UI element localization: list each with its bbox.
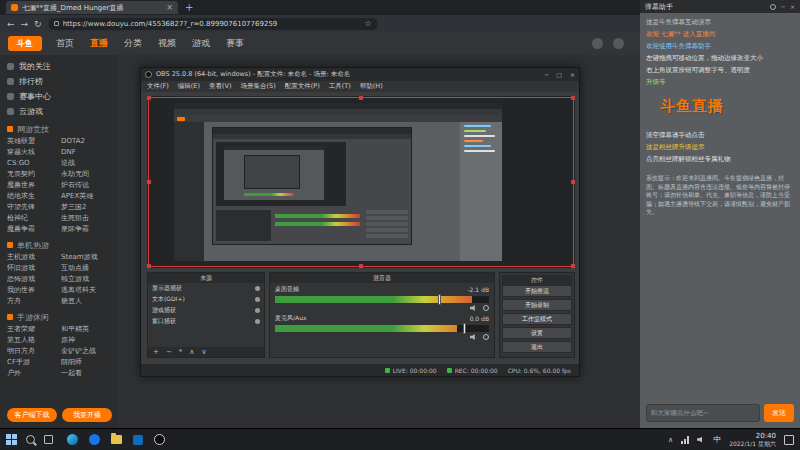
volume-icon[interactable] (697, 437, 705, 443)
sidebar-game-item[interactable]: 恐怖游戏 (7, 274, 57, 285)
mixer-channel: 麦克风/Aux 0.0 dB (270, 312, 494, 341)
send-button[interactable]: 发送 (764, 404, 794, 422)
sidebar-item[interactable]: 排行榜 (7, 74, 111, 89)
url-field[interactable]: https://www.douyu.com/45536827?_r=0.8999… (48, 18, 378, 30)
source-name: 窗口捕获 (152, 317, 176, 326)
sidebar-game-item[interactable]: 金铲铲之战 (61, 346, 111, 357)
forward-icon[interactable]: → (21, 19, 29, 29)
sidebar-item[interactable]: 赛事中心 (7, 89, 111, 104)
sidebar-game-item[interactable]: APEX英雄 (61, 191, 111, 202)
sidebar-game-item[interactable]: DNF (61, 147, 111, 158)
user-avatar[interactable] (613, 38, 624, 49)
sidebar-item[interactable]: 我的关注 (7, 59, 111, 74)
sidebar-game-item[interactable]: 主机游戏 (7, 252, 57, 263)
sidebar-game-item[interactable]: 原神 (61, 335, 111, 346)
game-list: 主机游戏Steam游戏怀旧游戏互动点播恐怖游戏独立游戏我的世界逃离塔科夫方舟糖豆… (7, 252, 111, 307)
obs-menu-bar: 文件(F)编辑(E)查看(V)场景集合(S)配置文件(P)工具(T)帮助(H) (141, 81, 579, 92)
reload-icon[interactable]: ↻ (34, 19, 42, 29)
new-tab-button[interactable]: + (185, 2, 193, 13)
task-view-icon[interactable] (44, 435, 53, 444)
edge-icon[interactable] (67, 434, 78, 445)
browser-tab[interactable]: 七濑**直播_Dmed Hunger直播 × (6, 1, 178, 14)
sidebar-game-item[interactable]: Steam游戏 (61, 252, 111, 263)
bookmark-star-icon[interactable]: ☆ (364, 19, 371, 28)
client-download-button[interactable]: 客户端下载 (7, 408, 57, 422)
start-button-icon[interactable] (6, 434, 17, 445)
sidebar-game-item[interactable]: 梦三国2 (61, 202, 111, 213)
douyu-logo[interactable]: 斗鱼 (8, 36, 42, 51)
chat-message: 这是粉丝牌升级提示 (646, 143, 794, 152)
start-broadcast-button[interactable]: 我要开播 (62, 408, 112, 422)
sidebar-game-item[interactable]: 怀旧游戏 (7, 263, 57, 274)
back-icon[interactable]: ← (7, 19, 15, 29)
obs-window: OBS 25.0.8 (64-bit, windows) - 配置文件: 未命名… (140, 67, 580, 377)
sidebar-game-item[interactable]: 阴阳师 (61, 357, 111, 368)
sidebar-game-item[interactable]: 方舟 (7, 296, 57, 307)
obs-menu-item: 配置文件(P) (285, 82, 320, 91)
sidebar-game-item[interactable]: 我的世界 (7, 285, 57, 296)
chat-input[interactable] (646, 404, 760, 422)
sidebar-game-item[interactable]: 生死狙击 (61, 213, 111, 224)
file-explorer-icon[interactable] (111, 435, 122, 444)
source-item: 文本(GDI+) (148, 294, 264, 305)
taskbar-clock[interactable]: 20:40 2022/1/1 星期六 (729, 432, 776, 448)
source-toolbar-icon: ∨ (201, 347, 206, 357)
sidebar-game-item[interactable]: 第五人格 (7, 335, 57, 346)
sidebar-game-item[interactable]: 绝地求生 (7, 191, 57, 202)
obs-app-icon[interactable] (154, 434, 165, 445)
sidebar-game-item[interactable]: 和平精英 (61, 324, 111, 335)
sidebar-game-item[interactable]: 魔兽世界 (7, 180, 57, 191)
sidebar-game-item[interactable]: DOTA2 (61, 136, 111, 147)
sidebar-game-item[interactable]: 王者荣耀 (7, 324, 57, 335)
sidebar-game-item[interactable]: 无畏契约 (7, 169, 57, 180)
network-icon[interactable] (681, 436, 689, 444)
obs-status-bar: LIVE: 00:00:00 REC: 00:00:00 CPU: 0.6%, … (141, 364, 579, 376)
sidebar-game-item[interactable]: 逆战 (61, 158, 111, 169)
sidebar-game-item[interactable]: 穿越火线 (7, 147, 57, 158)
sidebar-game-item[interactable]: 一起看 (61, 368, 111, 379)
sidebar-game-item[interactable]: 星际争霸 (61, 224, 111, 235)
sidebar-game-item[interactable]: 户外 (7, 368, 57, 379)
sidebar-game-item[interactable]: 炉石传说 (61, 180, 111, 191)
danmaku-helper-titlebar[interactable]: 弹幕助手 ─ × (640, 0, 800, 13)
nav-esports[interactable]: 赛事 (226, 37, 244, 50)
sidebar-top-list: 我的关注 排行榜 赛事中心 云游戏 (7, 59, 111, 119)
sidebar-game-item[interactable]: 魔兽争霸 (7, 224, 57, 235)
message-icon[interactable] (592, 38, 603, 49)
helper-minimize-icon[interactable]: ─ (781, 3, 785, 10)
search-icon[interactable] (26, 435, 35, 444)
channel-db: -2.1 dB (467, 286, 489, 293)
sidebar-game-item[interactable]: 互动点播 (61, 263, 111, 274)
sidebar-game-item[interactable]: 永劫无间 (61, 169, 111, 180)
helper-close-icon[interactable]: × (790, 3, 795, 10)
sidebar-game-item[interactable]: 枪神纪 (7, 213, 57, 224)
tray-chevron-icon[interactable]: ∧ (668, 436, 673, 444)
sidebar-game-item[interactable]: CS:GO (7, 158, 57, 169)
sidebar-game-item[interactable]: 明日方舟 (7, 346, 57, 357)
nested-sources-dock (216, 210, 271, 241)
sidebar-game-item[interactable]: 守望先锋 (7, 202, 57, 213)
browser-app-icon[interactable] (89, 434, 100, 445)
nav-category[interactable]: 分类 (124, 37, 142, 50)
nav-home[interactable]: 首页 (56, 37, 74, 50)
nav-video[interactable]: 视频 (158, 37, 176, 50)
sidebar-game-item[interactable]: 英雄联盟 (7, 136, 57, 147)
notification-center-icon[interactable] (784, 435, 794, 445)
nav-live[interactable]: 直播 (90, 37, 108, 50)
sidebar-game-item[interactable]: 逃离塔科夫 (61, 285, 111, 296)
nav-game[interactable]: 游戏 (192, 37, 210, 50)
helper-settings-icon[interactable] (770, 4, 776, 10)
sidebar-game-item[interactable]: CF手游 (7, 357, 57, 368)
tab-close-icon[interactable]: × (166, 3, 173, 12)
visibility-eye-icon (255, 286, 260, 291)
sidebar-item-label: 赛事中心 (19, 91, 51, 102)
sidebar-item-icon (7, 63, 14, 70)
sidebar-section-title: 网游竞技 (7, 122, 111, 136)
video-player[interactable]: OBS 25.0.8 (64-bit, windows) - 配置文件: 未命名… (118, 55, 640, 428)
store-icon[interactable] (133, 435, 143, 445)
ime-indicator[interactable]: 中 (713, 434, 721, 445)
sidebar-game-item[interactable]: 糖豆人 (61, 296, 111, 307)
sidebar-game-item[interactable]: 独立游戏 (61, 274, 111, 285)
sidebar-item[interactable]: 云游戏 (7, 104, 111, 119)
section-label: 网游竞技 (17, 124, 49, 135)
